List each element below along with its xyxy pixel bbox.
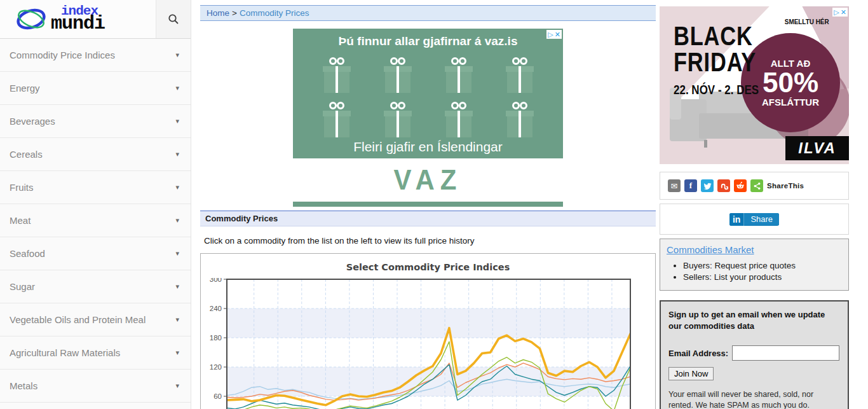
sidebar-item-energy[interactable]: Energy ▾ [0, 72, 191, 105]
svg-text:180: 180 [210, 334, 222, 342]
market-item-sellers: Sellers: List your products [683, 272, 842, 282]
stumbleupon-icon[interactable] [717, 179, 730, 192]
linkedin-share-box: in Share [660, 204, 849, 235]
sharethis-label: ShareThis [767, 182, 804, 190]
chevron-down-icon: ▾ [175, 315, 179, 324]
chevron-down-icon: ▾ [175, 282, 179, 291]
chevron-down-icon: ▾ [175, 349, 179, 357]
sidebar-item-cereals[interactable]: Cereals ▾ [0, 138, 191, 171]
chevron-down-icon: ▾ [175, 84, 179, 92]
intro-text: Click on a commodity from the list on th… [204, 236, 654, 246]
ilva-logo: ILVA [785, 136, 849, 160]
sidebar-item-commodity-price-indices[interactable]: Commodity Price Indices ▾ [0, 39, 191, 72]
email-field[interactable] [732, 345, 839, 361]
logo-mundi-text: mundi [51, 17, 105, 31]
sidebar-item-beverages[interactable]: Beverages ▾ [0, 105, 191, 138]
market-item-buyers: Buyers: Request price quotes [683, 261, 842, 270]
gift-row-1 [293, 57, 563, 93]
signup-heading: Sign up to get an email when we update o… [668, 309, 840, 331]
facebook-icon[interactable]: f [684, 179, 697, 192]
discount-percent: 50% [763, 69, 818, 97]
email-signup-box: Sign up to get an email when we update o… [660, 300, 849, 409]
ad-dates: 22. NÓV - 2. DES [674, 83, 759, 97]
chevron-down-icon: ▾ [175, 249, 179, 258]
sidebar-item-sugar[interactable]: Sugar ▾ [0, 270, 191, 303]
gift-icon [446, 102, 471, 137]
ilva-advertisement[interactable]: ALLT AÐ 50% AFSLÁTTUR BLACK FRIDAY 22. N… [660, 6, 849, 164]
section-header: Commodity Prices [200, 211, 656, 226]
gift-icon [324, 57, 349, 93]
indexmundi-logo[interactable]: index mundi [0, 0, 156, 38]
adchoices-controls: ▷ ✕ [832, 8, 848, 17]
sidebar-item-metals[interactable]: Metals ▾ [0, 370, 191, 403]
adchoices-icon[interactable]: ▷ [834, 9, 839, 16]
close-icon[interactable]: ✕ [555, 31, 560, 38]
sidebar-item-agricultural-raw-materials[interactable]: Agricultural Raw Materials ▾ [0, 336, 191, 370]
chevron-down-icon: ▾ [175, 117, 179, 125]
reddit-icon[interactable] [734, 179, 747, 192]
sidebar-item-vegetable-oils[interactable]: Vegetable Oils and Protein Meal ▾ [0, 303, 191, 336]
twitter-icon[interactable] [701, 179, 714, 192]
gift-icon [507, 57, 532, 93]
chevron-down-icon: ▾ [175, 150, 179, 158]
join-now-button[interactable]: Join Now [668, 367, 714, 380]
sidebar-item-partial[interactable] [0, 403, 191, 409]
gift-icon [385, 102, 410, 137]
sharethis-bar: ✉ f ShareThis [660, 172, 849, 200]
sidebar: index mundi Commodity Price Indices ▾ En… [0, 0, 191, 409]
breadcrumb-current-link[interactable]: Commodity Prices [240, 8, 309, 18]
svg-text:60: 60 [214, 392, 222, 400]
gift-row-2 [293, 102, 563, 137]
email-share-icon[interactable]: ✉ [668, 179, 681, 192]
chevron-down-icon: ▾ [175, 216, 179, 225]
gift-icon [446, 57, 471, 93]
linkedin-share-button[interactable]: in Share [729, 213, 779, 226]
right-sidebar: ALLT AÐ 50% AFSLÁTTUR BLACK FRIDAY 22. N… [660, 0, 849, 409]
chart-title: Select Commodity Price Indices [201, 262, 655, 272]
linkedin-icon: in [729, 213, 744, 226]
breadcrumb: Home>Commodity Prices [200, 5, 656, 21]
adchoices-icon[interactable]: ▷ [548, 31, 553, 38]
chevron-down-icon: ▾ [175, 51, 179, 59]
ad-cta[interactable]: SMELLTU HÉR [784, 18, 829, 25]
main-content: Home>Commodity Prices Þú finnur allar gj… [200, 0, 656, 409]
gift-icon [385, 57, 410, 93]
vaz-logo: VAZ [394, 164, 463, 196]
commodities-market-link[interactable]: Commodities Market [667, 244, 754, 255]
close-icon[interactable]: ✕ [841, 9, 846, 16]
svg-text:240: 240 [210, 305, 222, 312]
gift-icon [324, 102, 349, 137]
svg-text:120: 120 [210, 363, 222, 371]
breadcrumb-home-link[interactable]: Home [207, 8, 229, 18]
search-icon [168, 13, 179, 25]
gift-icon [507, 102, 532, 137]
vaz-advertisement[interactable]: Þú finnur allar gjafirnar á vaz.is Fleir… [293, 29, 563, 207]
ad-subline: Fleiri gjafir en Íslendingar [293, 139, 563, 155]
ad-title: BLACK FRIDAY [674, 23, 756, 75]
sidebar-item-meat[interactable]: Meat ▾ [0, 204, 191, 237]
sharethis-icon[interactable] [750, 179, 763, 192]
sidebar-item-fruits[interactable]: Fruits ▾ [0, 171, 191, 204]
ad-headline: Þú finnur allar gjafirnar á vaz.is [293, 29, 563, 48]
adchoices-controls: ▷ ✕ [546, 30, 562, 39]
chevron-down-icon: ▾ [175, 183, 179, 191]
chevron-down-icon: ▾ [175, 382, 179, 390]
sidebar-item-seafood[interactable]: Seafood ▾ [0, 237, 191, 270]
commodity-price-chart: Select Commodity Price Indices 300240180… [200, 253, 656, 409]
chart-plot-area: 30024018012060 [201, 278, 655, 409]
sidebar-header: index mundi [0, 0, 191, 39]
svg-text:300: 300 [210, 278, 222, 283]
signup-note: Your email will never be shared, sold, n… [668, 389, 840, 409]
search-button[interactable] [156, 0, 191, 38]
globe-icon [15, 6, 47, 32]
breadcrumb-separator: > [232, 8, 237, 18]
commodities-market-box: Commodities Market Buyers: Request price… [660, 239, 849, 291]
email-label: Email Address: [668, 349, 728, 358]
